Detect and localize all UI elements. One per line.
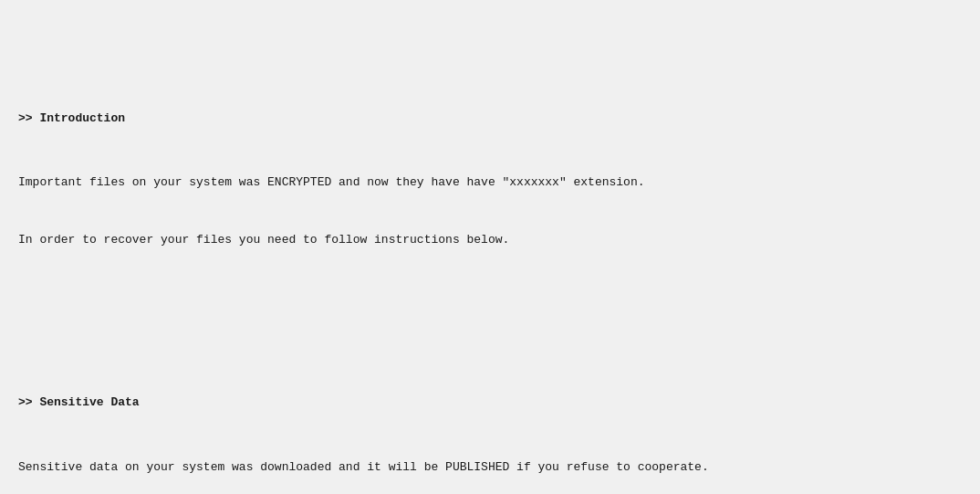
intro-heading: >> Introduction (18, 110, 962, 129)
sensitive-section: >> Sensitive Data Sensitive data on your… (18, 356, 962, 494)
intro-section: >> Introduction Important files on your … (18, 71, 962, 288)
sensitive-heading: >> Sensitive Data (18, 394, 962, 413)
ransom-note-content: >> Introduction Important files on your … (18, 15, 962, 494)
intro-line2: In order to recover your files you need … (18, 231, 962, 250)
sensitive-line1: Sensitive data on your system was downlo… (18, 458, 962, 478)
intro-line1: Important files on your system was ENCRY… (18, 173, 962, 193)
